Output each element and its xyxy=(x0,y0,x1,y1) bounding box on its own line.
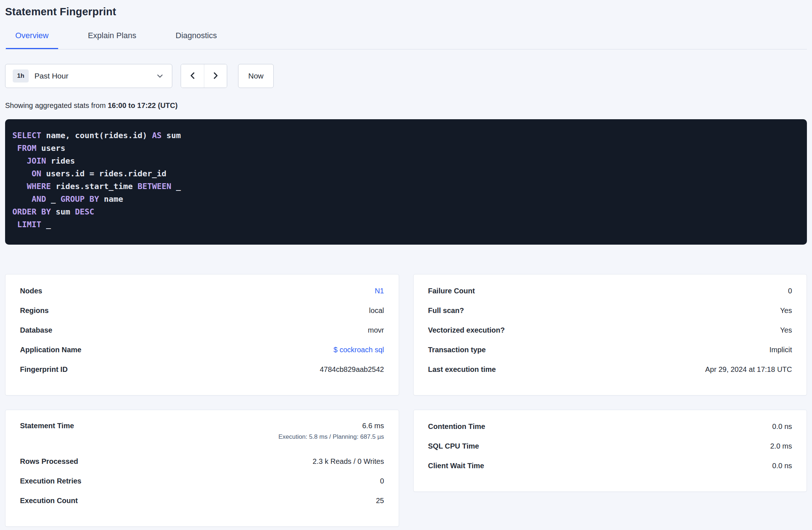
time-toolbar: 1h Past Hour Now xyxy=(5,64,807,88)
vectorized-execution-value: Yes xyxy=(780,326,792,334)
overview-card: Nodes N1 Regions local Database movr App… xyxy=(5,274,399,396)
table-row: Client Wait Time 0.0 ns xyxy=(428,456,792,475)
table-row: Failure Count 0 xyxy=(428,281,792,301)
execution-retries-value: 0 xyxy=(380,477,384,485)
database-value: movr xyxy=(368,326,384,334)
row-label-regions: Regions xyxy=(20,306,49,315)
sql-line: LIMIT _ xyxy=(12,218,800,231)
tab-explain-plans[interactable]: Explain Plans xyxy=(79,31,146,49)
table-row: Last execution time Apr 29, 2024 at 17:1… xyxy=(428,360,792,379)
row-label-database: Database xyxy=(20,326,52,334)
sql-line: ORDER BY sum DESC xyxy=(12,205,800,218)
contention-time-value: 0.0 ns xyxy=(772,422,792,431)
stats-caption-range: 16:00 to 17:22 (UTC) xyxy=(108,101,177,109)
summary-cards-row-2: Statement Time 6.6 ms Execution: 5.8 ms … xyxy=(5,410,807,527)
table-row: Application Name $ cockroach sql xyxy=(20,340,384,360)
table-row: Statement Time 6.6 ms Execution: 5.8 ms … xyxy=(20,417,384,451)
table-row: Execution Count 25 xyxy=(20,491,384,510)
sql-line: JOIN rides xyxy=(12,154,800,167)
application-name-link[interactable]: $ cockroach sql xyxy=(334,346,384,354)
full-scan-value: Yes xyxy=(780,306,792,315)
last-execution-time-value: Apr 29, 2024 at 17:18 UTC xyxy=(705,365,792,374)
table-row: Contention Time 0.0 ns xyxy=(428,417,792,436)
fingerprint-id-value: 4784cb829aab2542 xyxy=(320,365,384,374)
table-row: Database movr xyxy=(20,320,384,340)
row-label-fingerprint-id: Fingerprint ID xyxy=(20,365,68,374)
tab-overview[interactable]: Overview xyxy=(6,31,58,49)
row-label-transaction-type: Transaction type xyxy=(428,346,486,354)
sql-cpu-time-value: 2.0 ms xyxy=(770,442,792,450)
row-label-last-execution-time: Last execution time xyxy=(428,365,496,374)
next-interval-button[interactable] xyxy=(204,64,227,88)
interval-nav-group xyxy=(181,64,227,88)
row-label-statement-time: Statement Time xyxy=(20,422,74,430)
execution-attributes-card: Failure Count 0 Full scan? Yes Vectorize… xyxy=(413,274,807,396)
failure-count-value: 0 xyxy=(788,287,792,295)
table-row: Full scan? Yes xyxy=(428,301,792,320)
table-row: Fingerprint ID 4784cb829aab2542 xyxy=(20,360,384,379)
page-title: Statement Fingerprint xyxy=(5,6,807,18)
statement-time-values: 6.6 ms Execution: 5.8 ms / Planning: 687… xyxy=(278,422,384,441)
table-row: Nodes N1 xyxy=(20,281,384,301)
stats-caption-prefix: Showing aggregated stats from xyxy=(5,101,108,109)
table-row: Execution Retries 0 xyxy=(20,471,384,491)
row-label-client-wait-time: Client Wait Time xyxy=(428,462,484,470)
node-link[interactable]: N1 xyxy=(375,287,384,295)
chevron-down-icon xyxy=(156,72,164,80)
chevron-right-icon xyxy=(211,71,220,81)
row-label-application-name: Application Name xyxy=(20,346,81,354)
sql-line: AND _ GROUP BY name xyxy=(12,193,800,205)
row-label-failure-count: Failure Count xyxy=(428,287,475,295)
sql-line: ON users.id = rides.rider_id xyxy=(12,167,800,180)
tab-bar: Overview Explain Plans Diagnostics xyxy=(5,31,807,49)
row-label-full-scan: Full scan? xyxy=(428,306,464,315)
row-label-sql-cpu-time: SQL CPU Time xyxy=(428,442,479,450)
table-row: Rows Processed 2.3 k Reads / 0 Writes xyxy=(20,451,384,471)
table-row: Regions local xyxy=(20,301,384,320)
summary-cards-row-1: Nodes N1 Regions local Database movr App… xyxy=(5,274,807,396)
execution-count-value: 25 xyxy=(376,497,384,505)
row-label-rows-processed: Rows Processed xyxy=(20,457,78,466)
row-label-execution-count: Execution Count xyxy=(20,497,78,505)
prev-interval-button[interactable] xyxy=(181,64,204,88)
sql-line: SELECT name, count(rides.id) AS sum xyxy=(12,129,800,142)
statement-time-breakdown: Execution: 5.8 ms / Planning: 687.5 µs xyxy=(278,433,384,441)
row-label-vectorized-execution: Vectorized execution? xyxy=(428,326,505,334)
row-label-contention-time: Contention Time xyxy=(428,422,485,431)
regions-value: local xyxy=(369,306,384,315)
interval-label: Past Hour xyxy=(35,72,68,80)
interval-badge: 1h xyxy=(13,69,29,83)
rows-processed-value: 2.3 k Reads / 0 Writes xyxy=(313,457,384,466)
client-wait-time-value: 0.0 ns xyxy=(772,462,792,470)
row-label-nodes: Nodes xyxy=(20,287,42,295)
sql-statement-box: SELECT name, count(rides.id) AS sum FROM… xyxy=(5,119,807,245)
table-row: SQL CPU Time 2.0 ms xyxy=(428,436,792,456)
timings-card: Contention Time 0.0 ns SQL CPU Time 2.0 … xyxy=(413,410,807,492)
now-button[interactable]: Now xyxy=(238,64,274,88)
stats-caption: Showing aggregated stats from 16:00 to 1… xyxy=(5,101,807,110)
transaction-type-value: Implicit xyxy=(769,346,792,354)
row-label-execution-retries: Execution Retries xyxy=(20,477,81,485)
statement-stats-card: Statement Time 6.6 ms Execution: 5.8 ms … xyxy=(5,410,399,527)
statement-fingerprint-page: Statement Fingerprint Overview Explain P… xyxy=(0,0,812,527)
sql-line: FROM users xyxy=(12,142,800,154)
tab-diagnostics[interactable]: Diagnostics xyxy=(166,31,226,49)
time-interval-select[interactable]: 1h Past Hour xyxy=(5,64,172,88)
table-row: Transaction type Implicit xyxy=(428,340,792,360)
chevron-left-icon xyxy=(188,71,197,81)
statement-time-value: 6.6 ms xyxy=(362,422,384,430)
table-row: Vectorized execution? Yes xyxy=(428,320,792,340)
sql-line: WHERE rides.start_time BETWEEN _ xyxy=(12,180,800,193)
